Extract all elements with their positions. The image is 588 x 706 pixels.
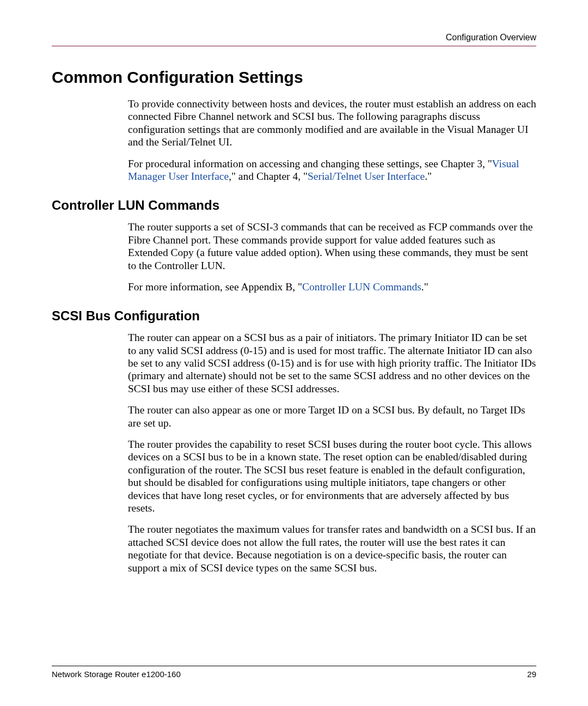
page-title: Common Configuration Settings	[52, 68, 536, 87]
text-span: For procedural information on accessing …	[128, 158, 492, 169]
section-heading-scsi-bus: SCSI Bus Configuration	[52, 308, 536, 324]
footer-page-number: 29	[527, 670, 536, 679]
text-span: For more information, see Appendix B, "	[128, 281, 302, 293]
text-span: ," and Chapter 4, "	[229, 171, 308, 182]
scsi-bus-paragraph-2: The router can also appear as one or mor…	[128, 404, 536, 429]
footer-rule	[52, 666, 536, 666]
scsi-bus-paragraph-4: The router negotiates the maximum values…	[128, 523, 536, 574]
intro-paragraph-1: To provide connectivity between hosts an…	[128, 98, 536, 149]
text-span: ."	[421, 281, 428, 293]
scsi-bus-paragraph-1: The router can appear on a SCSI bus as a…	[128, 331, 536, 395]
text-span: ."	[425, 171, 432, 182]
scsi-bus-paragraph-3: The router provides the capability to re…	[128, 438, 536, 514]
link-serial-telnet-ui[interactable]: Serial/Telnet User Interface	[308, 171, 425, 182]
link-controller-lun-commands[interactable]: Controller LUN Commands	[302, 281, 421, 293]
intro-paragraph-2: For procedural information on accessing …	[128, 157, 536, 183]
running-header: Configuration Overview	[52, 33, 536, 42]
controller-lun-paragraph-2: For more information, see Appendix B, "C…	[128, 281, 536, 293]
section-heading-controller-lun: Controller LUN Commands	[52, 198, 536, 213]
controller-lun-paragraph-1: The router supports a set of SCSI-3 comm…	[128, 221, 536, 272]
header-rule	[52, 46, 536, 46]
footer-left: Network Storage Router e1200-160	[52, 670, 181, 679]
page-footer: Network Storage Router e1200-160 29	[52, 666, 536, 679]
